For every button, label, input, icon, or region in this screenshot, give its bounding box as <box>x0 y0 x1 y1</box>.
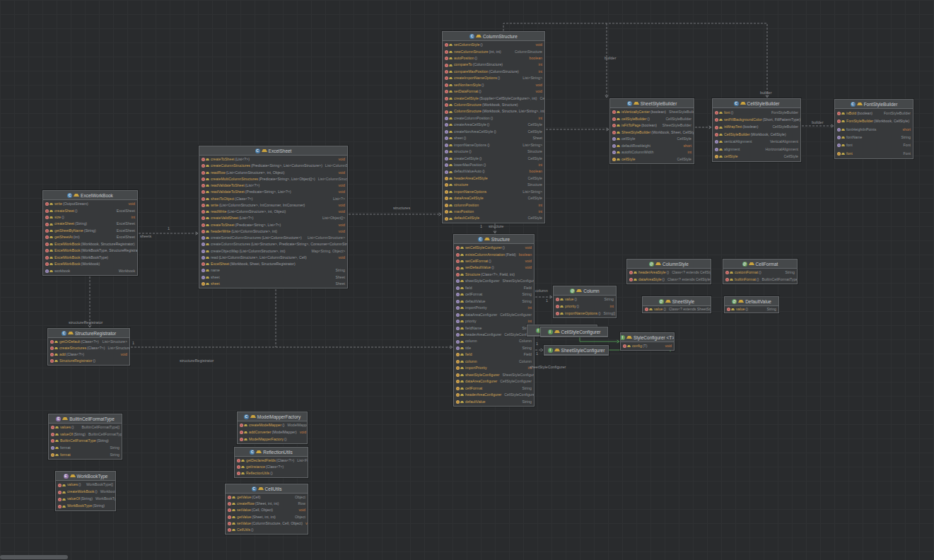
member-row[interactable]: fontNameString <box>835 134 913 141</box>
class-structure[interactable]: CStructuresetCellStyleConfigurer ()voide… <box>453 234 535 407</box>
member-row[interactable]: columnColumn <box>454 338 534 344</box>
class-structure-registrator[interactable]: CStructureRegistratorgetOrDefault (Class… <box>47 328 130 366</box>
member-row[interactable]: valueOf (String)BuiltinCellFormatType <box>49 431 122 438</box>
member-row[interactable]: config (T)void <box>621 343 674 349</box>
member-row[interactable]: sheet ()Sheet <box>443 135 544 141</box>
class-header[interactable]: EBuiltinCellFormatType <box>49 414 122 424</box>
edge-arrowhead[interactable] <box>541 350 543 351</box>
class-sheet-style[interactable]: @SheetStylevalue ()Class<? extends Sheet… <box>642 296 711 313</box>
member-row[interactable]: existsColumnAnnotation (Field)boolean <box>454 251 534 257</box>
member-row[interactable]: readRow (List<ColumnStructure>, int, Obj… <box>199 170 347 176</box>
member-row[interactable]: getSheetAt (int)ExcelSheet <box>43 234 137 240</box>
class-style-configurer[interactable]: IStyleConfigurer <T>config (T)void <box>620 332 675 351</box>
member-row[interactable]: defaultRowHeightshort <box>610 143 694 150</box>
member-row[interactable]: defaultValueString <box>454 298 534 305</box>
member-row[interactable]: ReflectionUtils () <box>235 470 308 477</box>
member-row[interactable]: createNonAreaCellStyle ()CellStyle <box>443 129 544 135</box>
member-row[interactable]: createValidSheet (List<?>)List<Object[]> <box>199 215 347 221</box>
member-row[interactable]: headerAreaStyle ()Class<? extends CellSt… <box>627 269 711 276</box>
member-row[interactable]: getValue (Sheet, int, int)Object <box>226 514 308 520</box>
member-row[interactable]: setDataFormat ()void <box>443 88 544 95</box>
member-row[interactable]: setColumnStyle ()void <box>443 42 544 48</box>
member-row[interactable]: workbookWorkbook <box>43 268 137 274</box>
class-excel-workbook[interactable]: CExcelWorkBookwrite (OutputStream)voidcr… <box>42 190 138 276</box>
member-row[interactable]: fontFont <box>835 141 913 149</box>
member-row[interactable]: createCellStyle ()CellStyle <box>443 155 544 161</box>
member-row[interactable]: fieldField <box>454 285 534 291</box>
member-row[interactable]: value ()String <box>725 307 778 312</box>
member-row[interactable]: setValue (Cell, Object)void <box>226 507 308 513</box>
edge-arrowhead[interactable] <box>541 349 543 350</box>
member-row[interactable]: nameString <box>199 267 347 274</box>
member-row[interactable]: dataAreaConfigurerCellStyleConfigurer <box>454 378 534 385</box>
member-row[interactable]: ColumnStructure (Workbook, Structure, Li… <box>443 108 544 115</box>
member-row[interactable]: ExcelWorkBook (WorkBookType) <box>43 255 137 261</box>
member-row[interactable]: defaultCellStyleCellStyle <box>443 215 544 221</box>
member-row[interactable]: getValue (Cell)Object <box>226 494 308 501</box>
class-header[interactable]: CColumnStructure <box>443 32 544 41</box>
member-row[interactable]: columnColumn <box>454 358 534 365</box>
class-model-mapper-factory[interactable]: CModelMapperFactorycreateModelMapper ()M… <box>237 412 308 444</box>
member-row[interactable]: columnPositionint <box>443 202 544 209</box>
member-row[interactable]: setDefaultValue ()void <box>454 264 534 271</box>
member-row[interactable]: readWrite (List<ColumnStructure>, int, O… <box>199 209 347 215</box>
class-cell-format[interactable]: @CellFormatcustomFormat ()StringbuiltinF… <box>723 259 798 284</box>
member-row[interactable]: structureStructure <box>443 182 544 188</box>
member-row[interactable]: values ()BuiltinCellFormatType[] <box>49 424 122 431</box>
class-default-value[interactable]: @DefaultValuevalue ()String <box>724 296 779 313</box>
class-sheet-style-configurer[interactable]: ISheetStyleConfigurer <box>544 345 609 356</box>
edge-arrowhead[interactable] <box>439 213 441 214</box>
member-row[interactable]: WorkBookType (String) <box>56 503 115 510</box>
member-row[interactable]: createStructures (Class<?>)List<Structur… <box>48 345 129 351</box>
class-header[interactable]: CExcelSheet <box>199 146 347 156</box>
class-header[interactable]: CCellStyleBuilder <box>713 99 800 108</box>
member-row[interactable]: compareMaxPosition (ColumnStructure)int <box>443 69 544 75</box>
class-header[interactable]: CCellUtils <box>226 484 308 494</box>
member-row[interactable]: cellFormatString <box>454 385 534 392</box>
member-row[interactable]: ColumnStructure (Workbook, Structure) <box>443 102 544 108</box>
member-row[interactable]: values ()WorkBookType[] <box>56 482 115 489</box>
class-header[interactable]: EWorkBookType <box>56 472 115 481</box>
member-row[interactable]: structure ()Structure <box>443 148 544 155</box>
member-row[interactable]: sheetSheet <box>199 274 347 281</box>
member-row[interactable]: getInstance (Class<?>) <box>235 464 308 470</box>
member-row[interactable]: lowerMaxPosition ()int <box>443 162 544 168</box>
class-header[interactable]: @CellFormat <box>723 259 797 269</box>
member-row[interactable]: fieldField <box>454 351 534 358</box>
member-row[interactable]: cellStyleCellStyle <box>713 153 800 161</box>
member-row[interactable]: builtinFormat ()BuiltinCellFormatType <box>723 276 797 284</box>
member-row[interactable]: dataAreaStyle ()Class<? extends CellStyl… <box>627 276 711 284</box>
member-row[interactable]: CellStyleBuilder (Workbook, CellStyle) <box>713 131 800 138</box>
class-sheet-style-builder[interactable]: CSheetStyleBuilderisVerticallyCenter (bo… <box>609 98 694 164</box>
class-header[interactable]: @ColumnStyle <box>627 259 711 269</box>
member-row[interactable]: sheetToObject (Class<?>)List<?> <box>199 196 347 202</box>
member-row[interactable]: createSheet ()ExcelSheet <box>43 207 137 214</box>
member-row[interactable]: verticalAlignmentVerticalAlignment <box>713 139 800 146</box>
member-row[interactable]: createColumnStructures (List<Structure>,… <box>199 241 347 247</box>
class-header[interactable]: CFontStyleBuilder <box>835 100 913 109</box>
member-row[interactable]: createColumnPosition ()int <box>443 115 544 122</box>
member-row[interactable]: sheetSheet <box>199 281 347 287</box>
class-header[interactable]: CExcelWorkBook <box>43 191 137 200</box>
member-row[interactable]: createMultiColumnStructures (Predicate<S… <box>199 176 347 182</box>
class-header[interactable]: IStyleConfigurer <T> <box>621 333 674 342</box>
member-row[interactable]: setCellFormat ()void <box>454 258 534 264</box>
member-row[interactable]: dataAreaConfigurerCellStyleConfigurer <box>454 312 534 318</box>
member-row[interactable]: sheetStyleConfigurerSheetStyleConfigurer <box>454 372 534 378</box>
member-row[interactable]: add (Class<?>)void <box>48 351 129 358</box>
member-row[interactable]: createSortedColumnStructures (List<Colum… <box>199 235 347 241</box>
member-row[interactable]: fieldNameString <box>454 325 534 331</box>
class-cell-utils[interactable]: CCellUtilsgetValue (Cell)ObjectcreateRow… <box>225 484 308 535</box>
member-row[interactable]: valueOf (String)WorkBookType <box>56 496 115 503</box>
member-row[interactable]: ExcelSheet (Workbook, Sheet, StructureRe… <box>199 261 347 267</box>
class-builtin-cell-format-type[interactable]: EBuiltinCellFormatTypevalues ()BuiltinCe… <box>48 414 122 460</box>
member-row[interactable]: importPriorityint <box>454 305 534 311</box>
member-row[interactable]: addConverter (ModelMapper)void <box>238 429 307 436</box>
member-row[interactable]: isWrapText (boolean)CellStyleBuilder <box>713 124 800 131</box>
member-row[interactable]: setCellStyleConfigurer ()void <box>454 245 534 251</box>
member-row[interactable]: formatString <box>49 451 122 458</box>
member-row[interactable]: isBold (boolean)FontStyleBuilder <box>835 110 913 117</box>
class-header[interactable]: CReflectionUtils <box>235 448 308 457</box>
member-row[interactable]: createToSheet (Predicate<String>, List<?… <box>199 222 347 228</box>
member-row[interactable]: cellStyleBuilder ()CellStyleBuilder <box>610 116 694 123</box>
